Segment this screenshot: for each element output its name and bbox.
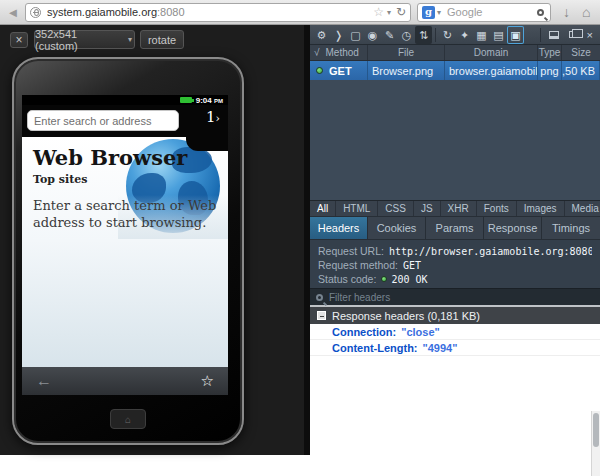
home-icon[interactable]: ⌂	[582, 4, 590, 20]
clock-time: 9:04	[196, 96, 212, 105]
header-value: "close"	[401, 326, 440, 338]
rdm-size-caret-icon: ▾	[128, 35, 132, 44]
tab-cookies[interactable]: Cookies	[368, 217, 426, 239]
request-type-cell: png	[538, 61, 562, 80]
scratchpad-icon[interactable]: ▤	[490, 26, 507, 44]
tab-response[interactable]: Response	[484, 217, 542, 239]
filter-fonts[interactable]: Fonts	[477, 201, 517, 216]
filter-css[interactable]: CSS	[378, 201, 414, 216]
filter-headers-bar	[310, 288, 600, 305]
url-bar[interactable]: system.gaiamobile.org:8080 ☆ ▾ ↻	[25, 3, 411, 22]
profiler-icon[interactable]: ◷	[398, 26, 415, 44]
filter-js[interactable]: JS	[414, 201, 441, 216]
style-editor-icon[interactable]: ✎	[381, 26, 398, 44]
devtools-close-icon[interactable]: ×	[587, 29, 593, 41]
column-domain[interactable]: Domain	[445, 45, 538, 60]
back-icon[interactable]: ◄	[4, 5, 22, 20]
app-title: Web Browser	[33, 145, 187, 170]
request-domain-cell: browser.gaiamobil…	[445, 61, 538, 80]
rdm-close-button[interactable]: ×	[10, 32, 28, 48]
tabs-corner-notch	[186, 137, 228, 151]
tab-headers[interactable]: Headers	[310, 217, 368, 239]
devtools-panel: ⚙ ❭ ▢ ◉ ✎ ◷ ⇅ ↻ ✦ ▦ ▤ ▣ × √Method File D…	[310, 25, 600, 476]
statusbar-clock: 9:04 PM	[196, 96, 223, 105]
responsive-mode-icon[interactable]: ▣	[507, 26, 524, 44]
home-button-icon: ⌂	[125, 414, 131, 425]
console-icon[interactable]: ❭	[330, 26, 347, 44]
rdm-size-select[interactable]: 352x541 (custom) ▾	[34, 30, 135, 49]
filter-headers-input[interactable]	[329, 292, 594, 303]
paint-flashing-icon[interactable]: ✦	[456, 26, 473, 44]
request-file-cell: Browser.png	[368, 61, 445, 80]
url-text[interactable]: system.gaiamobile.org:8080	[47, 6, 372, 18]
request-size: 6,50 KB	[562, 65, 595, 77]
tabs-counter-button[interactable]: 1›	[206, 108, 220, 126]
google-engine-icon[interactable]: g	[422, 6, 435, 19]
battery-icon	[180, 97, 192, 103]
request-method: GET	[329, 65, 352, 77]
header-row[interactable]: Content-Length:"4994"	[310, 340, 600, 356]
description-line: address to start browsing.	[33, 214, 216, 231]
header-name: Content-Length:	[332, 342, 418, 354]
header-row[interactable]: Connection:"close"	[310, 324, 600, 340]
filter-xhr[interactable]: XHR	[441, 201, 477, 216]
column-size[interactable]: Size	[562, 45, 600, 60]
status-ok-icon	[381, 276, 387, 282]
browser-app-content: Web Browser Top sites Enter a search ter…	[22, 137, 228, 367]
tilt-3d-icon[interactable]: ▦	[473, 26, 490, 44]
debugger-icon[interactable]: ◉	[364, 26, 381, 44]
undock-window-icon[interactable]	[569, 31, 578, 38]
engine-dropdown-icon[interactable]: ▾	[437, 8, 441, 17]
filter-images[interactable]: Images	[517, 201, 565, 216]
headers-scrollbar[interactable]	[591, 411, 600, 476]
network-panel-icon[interactable]: ⇅	[415, 26, 432, 44]
app-description: Enter a search term or Web address to st…	[33, 197, 216, 231]
response-headers-title: Response headers (0,181 KB)	[332, 310, 480, 322]
phone-statusbar: 9:04 PM	[22, 95, 228, 105]
phone-address-input[interactable]	[27, 110, 179, 131]
app-bookmark-icon[interactable]: ☆	[201, 372, 214, 390]
search-input[interactable]	[447, 6, 537, 18]
filter-magnifier-icon	[316, 294, 323, 301]
toolbar-separator	[540, 28, 541, 42]
filter-html[interactable]: HTML	[336, 201, 378, 216]
scrollbar-thumb[interactable]	[593, 413, 599, 447]
request-detail-tabs: Headers Cookies Params Response Timings	[310, 217, 600, 240]
column-type[interactable]: Type	[538, 45, 562, 60]
status-ok-icon	[316, 67, 323, 74]
reload-command-icon[interactable]: ↻	[439, 26, 456, 44]
filter-all[interactable]: All	[310, 201, 336, 216]
network-filter-bar: All HTML CSS JS XHR Fonts Images Media F…	[310, 200, 600, 217]
url-port: :8080	[157, 6, 185, 18]
tab-params[interactable]: Params	[426, 217, 484, 239]
column-method[interactable]: √Method	[310, 45, 368, 60]
phone-home-button[interactable]: ⌂	[110, 409, 146, 429]
request-file: Browser.png	[372, 65, 433, 77]
toolbar-separator	[435, 28, 436, 42]
dock-bottom-icon[interactable]	[549, 31, 559, 39]
reload-icon[interactable]: ↻	[396, 5, 406, 19]
search-box[interactable]: g ▾	[417, 3, 551, 22]
filter-media[interactable]: Media	[565, 201, 600, 216]
network-request-row-selected[interactable]: GET Browser.png browser.gaiamobil… png 6…	[310, 61, 600, 80]
bookmark-dropdown-icon[interactable]: ▾	[387, 8, 391, 17]
request-method-value: GET	[403, 260, 421, 271]
search-magnifier-icon[interactable]	[537, 9, 544, 16]
collapse-toggle-icon[interactable]	[317, 311, 326, 320]
status-code-value: 200 OK	[391, 274, 427, 285]
column-label: Method	[326, 47, 359, 58]
request-summary: Request URL:http://browser.gaiamobile.or…	[310, 240, 600, 288]
options-gear-icon[interactable]: ⚙	[313, 26, 330, 44]
tab-timings[interactable]: Timings	[542, 217, 600, 239]
column-file[interactable]: File	[368, 45, 445, 60]
rdm-rotate-button[interactable]: rotate	[140, 30, 184, 49]
inspector-icon[interactable]: ▢	[347, 26, 364, 44]
download-icon[interactable]: ↓	[563, 4, 570, 20]
request-size-cell: 6,50 KB	[562, 61, 600, 80]
browser-toolbar: ◄ system.gaiamobile.org:8080 ☆ ▾ ↻ g ▾ ↓…	[0, 0, 600, 25]
clock-meridiem: PM	[214, 98, 223, 104]
bookmark-star-icon[interactable]: ☆	[373, 5, 384, 19]
request-method-label: Request method:	[318, 259, 398, 271]
response-headers-group[interactable]: Response headers (0,181 KB)	[310, 307, 600, 324]
app-back-icon[interactable]: ←	[36, 372, 52, 390]
